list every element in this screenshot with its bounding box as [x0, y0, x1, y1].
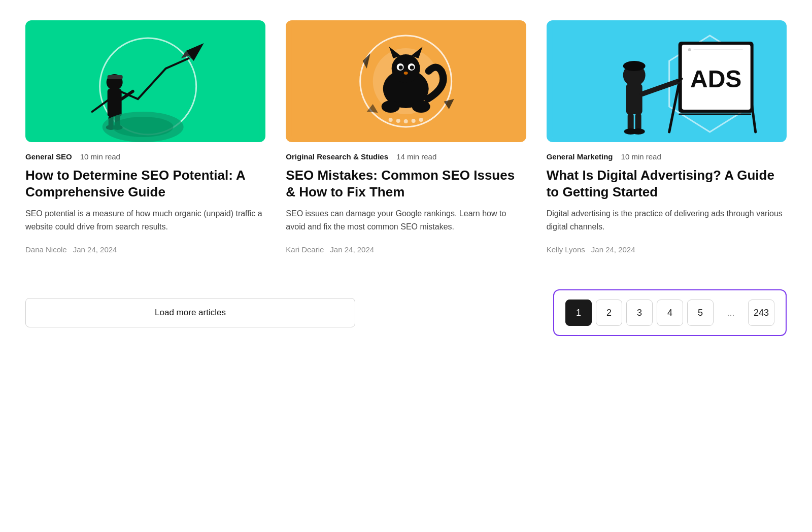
svg-rect-51	[627, 113, 633, 131]
article-title-1: How to Determine SEO Potential: A Compre…	[25, 167, 265, 200]
article-author-2: Kari Dearie	[286, 245, 324, 254]
pagination: 1 2 3 4 5 ... 243	[553, 289, 787, 336]
article-date-2: Jan 24, 2024	[330, 245, 374, 254]
svg-point-33	[404, 119, 408, 123]
svg-text:ADS: ADS	[690, 65, 741, 92]
article-author-info-2: Kari Dearie Jan 24, 2024	[286, 245, 526, 254]
article-category-2: Original Research & Studies	[286, 152, 388, 161]
svg-point-34	[412, 119, 416, 123]
svg-point-23	[399, 65, 403, 70]
article-author-1: Dana Nicole	[25, 245, 67, 254]
svg-point-31	[389, 118, 393, 122]
article-read-time-1: 10 min read	[80, 152, 120, 161]
svg-point-26	[382, 101, 400, 113]
page-button-last[interactable]: 243	[748, 300, 774, 326]
svg-point-44	[688, 48, 691, 51]
article-thumbnail-3: ADS	[547, 20, 787, 142]
article-author-3: Kelly Lyons	[547, 245, 585, 254]
page-button-5[interactable]: 5	[687, 300, 714, 326]
svg-rect-46	[626, 84, 642, 114]
article-card-3[interactable]: ADS	[547, 20, 787, 254]
article-title-3: What Is Digital Advertising? A Guide to …	[547, 167, 787, 200]
svg-point-32	[396, 119, 400, 123]
article-author-info-3: Kelly Lyons Jan 24, 2024	[547, 245, 787, 254]
article-meta-1: General SEO 10 min read	[25, 152, 265, 161]
article-excerpt-3: Digital advertising is the practice of d…	[547, 207, 787, 233]
svg-point-13	[113, 117, 174, 137]
page-button-4[interactable]: 4	[657, 300, 683, 326]
article-category-1: General SEO	[25, 152, 72, 161]
page-button-1[interactable]: 1	[565, 300, 592, 326]
article-read-time-3: 10 min read	[621, 152, 661, 161]
article-excerpt-2: SEO issues can damage your Google rankin…	[286, 207, 526, 233]
article-date-3: Jan 24, 2024	[591, 245, 635, 254]
svg-point-54	[631, 128, 645, 135]
svg-rect-52	[635, 113, 641, 131]
article-title-2: SEO Mistakes: Common SEO Issues & How to…	[286, 167, 526, 200]
article-category-3: General Marketing	[547, 152, 613, 161]
articles-grid: General SEO 10 min read How to Determine…	[25, 20, 787, 254]
article-excerpt-1: SEO potential is a measure of how much o…	[25, 207, 265, 233]
article-thumbnail-2	[286, 20, 526, 142]
article-date-1: Jan 24, 2024	[73, 245, 117, 254]
svg-point-24	[410, 65, 414, 70]
article-card-1[interactable]: General SEO 10 min read How to Determine…	[25, 20, 265, 254]
page-ellipsis: ...	[718, 300, 744, 326]
page-button-3[interactable]: 3	[626, 300, 653, 326]
article-thumbnail-1	[25, 20, 265, 142]
bottom-bar: Load more articles 1 2 3 4 5 ... 243	[25, 284, 787, 341]
svg-point-18	[392, 54, 420, 83]
svg-point-25	[404, 72, 408, 75]
svg-rect-4	[108, 89, 122, 117]
article-read-time-2: 14 min read	[396, 152, 436, 161]
load-more-button[interactable]: Load more articles	[25, 298, 355, 327]
article-meta-2: Original Research & Studies 14 min read	[286, 152, 526, 161]
article-author-info-1: Dana Nicole Jan 24, 2024	[25, 245, 265, 254]
page-button-2[interactable]: 2	[596, 300, 622, 326]
svg-point-27	[412, 101, 430, 113]
svg-rect-6	[108, 75, 123, 79]
svg-point-48	[623, 61, 645, 71]
article-card-2[interactable]: Original Research & Studies 14 min read …	[286, 20, 526, 254]
article-meta-3: General Marketing 10 min read	[547, 152, 787, 161]
svg-point-35	[419, 118, 423, 122]
